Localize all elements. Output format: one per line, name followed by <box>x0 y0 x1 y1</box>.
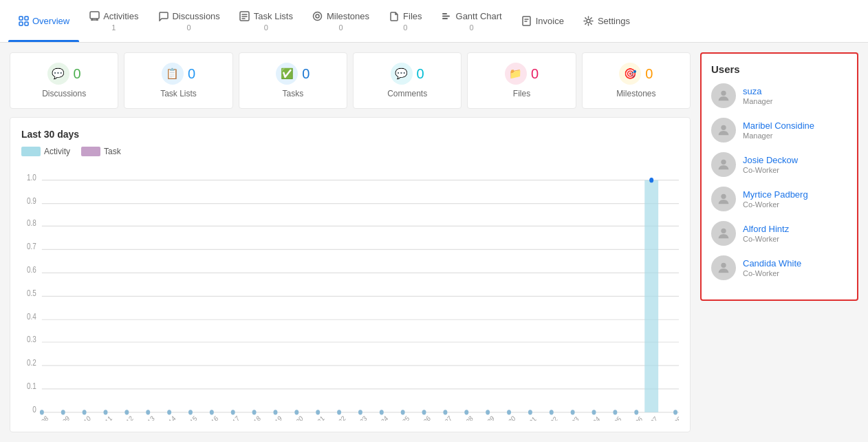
user-name-suza[interactable]: suza <box>743 86 772 96</box>
user-info-suza: suza Manager <box>743 86 772 105</box>
svg-text:0.8: 0.8 <box>27 218 36 227</box>
nav-item-settings[interactable]: Settings <box>574 0 640 42</box>
svg-text:Sep 29: Sep 29 <box>477 414 495 421</box>
nav-count-milestones: 0 <box>338 23 343 32</box>
tasks-stat-icon: ✅ <box>276 63 298 85</box>
svg-point-32 <box>40 410 44 414</box>
nav-item-files[interactable]: Files 0 <box>379 0 431 42</box>
user-role-maribel: Manager <box>743 131 814 140</box>
svg-text:Sep 26: Sep 26 <box>413 414 432 421</box>
legend-activity-label: Activity <box>44 147 70 156</box>
user-role-candida: Co-Worker <box>743 269 801 277</box>
svg-point-96 <box>721 160 726 165</box>
user-name-candida[interactable]: Candida White <box>743 258 801 269</box>
nav-item-activities[interactable]: Activities 1 <box>79 0 148 42</box>
svg-point-45 <box>316 410 320 414</box>
nav-item-discussions[interactable]: Discussions 0 <box>148 0 229 42</box>
svg-text:Sep 12: Sep 12 <box>116 414 135 421</box>
svg-text:Sep 21: Sep 21 <box>307 414 325 421</box>
milestone-nav-icon <box>312 11 323 22</box>
svg-text:Sep 30: Sep 30 <box>498 414 517 421</box>
svg-rect-1 <box>25 17 28 20</box>
svg-text:0: 0 <box>32 405 36 414</box>
user-avatar-candida <box>711 255 736 280</box>
user-name-josie[interactable]: Josie Deckow <box>743 155 798 165</box>
stat-card-tasklists[interactable]: 📋 0 Task Lists <box>124 52 232 109</box>
chart-legend: Activity Task <box>21 147 679 156</box>
svg-text:Sep 17: Sep 17 <box>222 414 241 421</box>
svg-point-43 <box>273 410 277 414</box>
svg-text:Sep 20: Sep 20 <box>286 414 305 421</box>
user-item-maribel[interactable]: Maribel Considine Manager <box>711 118 847 143</box>
svg-text:Sep 15: Sep 15 <box>180 414 198 421</box>
stat-card-discussions[interactable]: 💬 0 Discussions <box>10 52 118 109</box>
user-info-josie: Josie Deckow Co-Worker <box>743 155 798 174</box>
svg-point-55 <box>528 410 532 414</box>
milestones-stat-icon: 🎯 <box>619 63 641 85</box>
svg-text:Sep 23: Sep 23 <box>349 414 368 421</box>
user-item-alford[interactable]: Alford Hintz Co-Worker <box>711 221 847 246</box>
svg-text:Sep 11: Sep 11 <box>95 414 113 421</box>
tasklists-stat-label: Task Lists <box>160 89 197 98</box>
svg-text:0.6: 0.6 <box>27 265 36 274</box>
nav-count-activities: 1 <box>111 23 116 32</box>
stat-card-tasks[interactable]: ✅ 0 Tasks <box>239 52 347 109</box>
legend-task: Task <box>81 147 121 156</box>
stat-card-comments[interactable]: 💬 0 Comments <box>353 52 462 109</box>
nav-count-discussions: 0 <box>187 23 191 32</box>
svg-text:Oct 07: Oct 07 <box>641 414 659 421</box>
user-item-myrtice[interactable]: Myrtice Padberg Co-Worker <box>711 187 847 211</box>
grid-icon <box>18 16 29 27</box>
files-stat-icon: 📁 <box>505 63 527 85</box>
svg-text:Sep 08: Sep 08 <box>31 414 50 421</box>
legend-task-label: Task <box>104 147 121 156</box>
user-name-myrtice[interactable]: Myrtice Padberg <box>743 189 808 200</box>
invoice-icon <box>521 16 532 27</box>
svg-point-36 <box>124 410 129 414</box>
svg-point-62 <box>673 410 677 414</box>
svg-point-34 <box>83 410 87 414</box>
nav-label-gantt: Gantt Chart <box>456 11 502 21</box>
svg-text:Sep 18: Sep 18 <box>243 414 262 421</box>
nav-item-overview[interactable]: Overview <box>8 0 79 42</box>
chart-area: 0 0.1 0.2 0.3 0.4 0.5 0.6 0.7 0.8 0.9 1.… <box>21 162 679 421</box>
user-name-maribel[interactable]: Maribel Considine <box>743 120 814 131</box>
svg-point-50 <box>422 410 426 414</box>
svg-text:Sep 16: Sep 16 <box>201 414 219 421</box>
stat-card-files[interactable]: 📁 0 Files <box>467 52 576 109</box>
user-role-myrtice: Co-Worker <box>743 200 808 209</box>
stat-card-milestones[interactable]: 🎯 0 Milestones <box>582 52 691 109</box>
svg-point-95 <box>721 125 726 130</box>
nav-item-tasklists[interactable]: Task Lists 0 <box>230 0 303 42</box>
nav-item-invoice[interactable]: Invoice <box>512 0 574 42</box>
comments-stat-label: Comments <box>387 89 427 98</box>
files-stat-value: 0 <box>531 66 539 82</box>
nav-item-gantt[interactable]: Gantt Chart 0 <box>432 0 512 42</box>
chart-svg: 0 0.1 0.2 0.3 0.4 0.5 0.6 0.7 0.8 0.9 1.… <box>21 162 679 421</box>
user-item-candida[interactable]: Candida White Co-Worker <box>711 255 847 280</box>
svg-point-44 <box>294 410 299 414</box>
nav-label-files: Files <box>403 11 422 21</box>
svg-point-54 <box>507 410 511 414</box>
tasks-stat-label: Tasks <box>282 89 303 98</box>
user-item-suza[interactable]: suza Manager <box>711 83 847 108</box>
user-item-josie[interactable]: Josie Deckow Co-Worker <box>711 152 847 177</box>
user-avatar-suza <box>711 83 736 108</box>
nav-label-overview: Overview <box>32 16 69 26</box>
nav-label-invoice: Invoice <box>536 16 564 26</box>
legend-task-color <box>81 147 100 156</box>
user-name-alford[interactable]: Alford Hintz <box>743 224 789 234</box>
tasklists-stat-value: 0 <box>188 66 195 82</box>
settings-icon <box>583 16 594 27</box>
nav-label-settings: Settings <box>598 16 630 26</box>
user-info-myrtice: Myrtice Padberg Co-Worker <box>743 189 808 209</box>
svg-point-39 <box>188 410 193 414</box>
svg-rect-0 <box>19 17 23 20</box>
user-avatar-alford <box>711 221 736 246</box>
svg-text:Sep 19: Sep 19 <box>265 414 283 421</box>
svg-text:Sep 24: Sep 24 <box>371 414 389 421</box>
nav-item-milestones[interactable]: Milestones 0 <box>303 0 379 42</box>
nav-count-gantt: 0 <box>470 23 474 32</box>
svg-point-6 <box>314 12 322 21</box>
milestones-stat-label: Milestones <box>616 89 655 98</box>
